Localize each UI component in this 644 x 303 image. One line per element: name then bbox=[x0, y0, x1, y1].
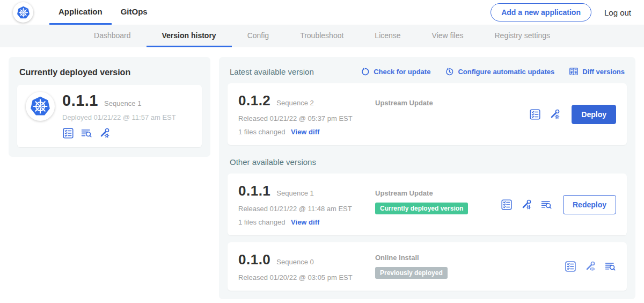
other-versions-title: Other available versions bbox=[230, 157, 625, 167]
check-for-update-link[interactable]: Check for update bbox=[361, 67, 430, 76]
sequence-label: Sequence 0 bbox=[276, 258, 313, 266]
released-timestamp: Released 01/21/22 @ 11:48 am EST bbox=[238, 205, 375, 213]
deployed-action-icons bbox=[62, 127, 176, 139]
deployed-version-card: 0.1.1 Sequence 1 Deployed 01/21/22 @ 11:… bbox=[17, 85, 202, 147]
edit-config-icon[interactable] bbox=[521, 199, 532, 211]
version-actions bbox=[565, 261, 616, 272]
diff-versions-link[interactable]: Diff versions bbox=[569, 67, 625, 76]
version-actions: Deploy bbox=[529, 105, 616, 124]
kubernetes-logo bbox=[13, 2, 33, 23]
preflight-checks-icon[interactable] bbox=[501, 199, 513, 211]
kubernetes-helm-icon bbox=[16, 5, 31, 20]
subnav-item-config[interactable]: Config bbox=[232, 25, 284, 47]
deploy-logs-icon[interactable] bbox=[80, 127, 92, 139]
view-diff-link[interactable]: View diff bbox=[291, 218, 319, 226]
version-card-0-1-0: 0.1.0 Sequence 0 Released 01/20/22 @ 03:… bbox=[228, 242, 627, 291]
configure-automatic-updates-label: Configure automatic updates bbox=[458, 68, 554, 76]
tab-application[interactable]: Application bbox=[49, 0, 112, 25]
sequence-label: Sequence 1 bbox=[276, 189, 313, 197]
preflight-checks-icon[interactable] bbox=[565, 261, 576, 272]
schedule-update-icon bbox=[445, 67, 454, 76]
version-source: Online Install Previously deployed bbox=[375, 251, 565, 282]
version-card-0-1-2: 0.1.2 Sequence 2 Released 01/21/22 @ 05:… bbox=[228, 83, 627, 145]
add-application-button[interactable]: Add a new application bbox=[491, 3, 591, 21]
kubernetes-helm-icon bbox=[29, 95, 52, 118]
available-versions-panel: Latest available version Check for updat… bbox=[219, 57, 635, 299]
available-panel-title: Latest available version bbox=[230, 67, 314, 76]
deployed-timestamp: Deployed 01/21/22 @ 11:57 am EST bbox=[62, 113, 176, 121]
redeploy-button[interactable]: Redeploy bbox=[563, 195, 616, 214]
header-tabs: Application GitOps bbox=[49, 0, 157, 25]
version-details: 0.1.0 Sequence 0 Released 01/20/22 @ 03:… bbox=[238, 251, 375, 282]
header-actions: Add a new application Log out bbox=[491, 0, 631, 25]
configure-automatic-updates-link[interactable]: Configure automatic updates bbox=[445, 67, 554, 76]
version-details: 0.1.1 Sequence 1 Released 01/21/22 @ 11:… bbox=[238, 183, 375, 226]
app-header: Application GitOps Add a new application… bbox=[0, 0, 644, 25]
version-source: Upstream Update bbox=[375, 92, 529, 136]
preflight-checks-icon[interactable] bbox=[62, 127, 74, 139]
subnav-item-registry-settings[interactable]: Registry settings bbox=[479, 25, 566, 47]
version-number: 0.1.1 bbox=[238, 183, 270, 199]
logout-button[interactable]: Log out bbox=[604, 8, 631, 17]
files-changed-label: 1 files changed bbox=[238, 218, 285, 226]
main-content: Currently deployed version 0.1 bbox=[0, 47, 644, 299]
version-number: 0.1.2 bbox=[238, 92, 270, 109]
app-icon bbox=[26, 92, 55, 121]
subnav-item-version-history[interactable]: Version history bbox=[147, 25, 232, 47]
version-card-0-1-1: 0.1.1 Sequence 1 Released 01/21/22 @ 11:… bbox=[228, 174, 627, 235]
released-timestamp: Released 01/21/22 @ 05:37 pm EST bbox=[238, 114, 375, 122]
preflight-checks-icon[interactable] bbox=[529, 109, 541, 120]
version-details: 0.1.2 Sequence 2 Released 01/21/22 @ 05:… bbox=[238, 92, 375, 136]
deploy-logs-icon[interactable] bbox=[604, 261, 616, 272]
currently-deployed-panel: Currently deployed version 0.1 bbox=[9, 57, 210, 157]
files-changed-label: 1 files changed bbox=[238, 128, 285, 136]
deployed-sequence-label: Sequence 1 bbox=[104, 99, 141, 107]
version-actions: Redeploy bbox=[501, 195, 616, 214]
sequence-label: Sequence 2 bbox=[276, 99, 313, 107]
subnav-item-troubleshoot[interactable]: Troubleshoot bbox=[284, 25, 359, 47]
currently-deployed-badge: Currently deployed version bbox=[375, 203, 468, 214]
released-timestamp: Released 01/20/22 @ 03:05 pm EST bbox=[238, 273, 375, 282]
edit-config-icon[interactable] bbox=[99, 127, 111, 139]
available-panel-actions: Check for update Configure automatic upd… bbox=[361, 67, 625, 76]
deploy-logs-icon[interactable] bbox=[540, 199, 552, 211]
tab-gitops[interactable]: GitOps bbox=[112, 0, 157, 25]
diff-icon bbox=[569, 67, 579, 76]
deployed-version-number: 0.1.1 bbox=[62, 92, 98, 110]
subnav-item-license[interactable]: License bbox=[359, 25, 416, 47]
view-diff-link[interactable]: View diff bbox=[291, 128, 319, 136]
version-source: Upstream Update Currently deployed versi… bbox=[375, 183, 501, 226]
diff-versions-label: Diff versions bbox=[582, 68, 625, 76]
app-subnav: Dashboard Version history Config Trouble… bbox=[0, 25, 644, 47]
subnav-item-view-files[interactable]: View files bbox=[416, 25, 479, 47]
version-number: 0.1.0 bbox=[238, 251, 270, 268]
deploy-button[interactable]: Deploy bbox=[572, 105, 616, 124]
source-label: Upstream Update bbox=[375, 99, 529, 107]
previously-deployed-badge: Previously deployed bbox=[375, 267, 448, 279]
available-panel-header: Latest available version Check for updat… bbox=[230, 67, 625, 76]
source-label: Online Install bbox=[375, 254, 565, 262]
view-config-icon[interactable] bbox=[584, 261, 596, 272]
check-for-update-label: Check for update bbox=[374, 68, 430, 76]
edit-config-icon[interactable] bbox=[549, 109, 561, 120]
source-label: Upstream Update bbox=[375, 189, 501, 197]
subnav-item-dashboard[interactable]: Dashboard bbox=[78, 25, 147, 47]
deployed-panel-title: Currently deployed version bbox=[19, 68, 200, 77]
deployed-version-details: 0.1.1 Sequence 1 Deployed 01/21/22 @ 11:… bbox=[62, 92, 176, 139]
refresh-icon bbox=[361, 67, 370, 76]
